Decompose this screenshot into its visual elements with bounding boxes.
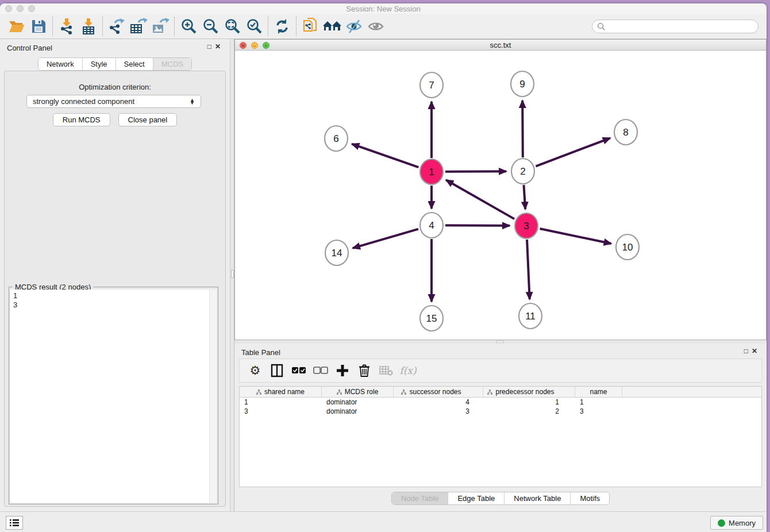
edge-2-9[interactable] bbox=[522, 101, 523, 157]
export-image-icon[interactable] bbox=[149, 16, 171, 37]
search-icon bbox=[597, 22, 605, 30]
table-panel-title: Table Panel bbox=[241, 348, 280, 357]
edge-2-3[interactable] bbox=[524, 185, 526, 209]
memory-label: Memory bbox=[729, 519, 756, 527]
criterion-dropdown[interactable]: strongly connected component ▲▼ bbox=[26, 95, 201, 108]
node-9[interactable]: 9 bbox=[511, 71, 534, 97]
node-6[interactable]: 6 bbox=[325, 126, 348, 151]
export-table-icon[interactable] bbox=[128, 16, 149, 37]
save-session-icon[interactable] bbox=[28, 16, 49, 37]
node-7[interactable]: 7 bbox=[420, 72, 443, 98]
control-panel-tabs: NetworkStyleSelectMCDS bbox=[0, 57, 230, 71]
zoom-fit-icon[interactable] bbox=[221, 16, 243, 37]
edge-3-10[interactable] bbox=[540, 229, 611, 244]
network-canvas[interactable]: 1234678910111415 bbox=[235, 51, 766, 340]
node-15[interactable]: 15 bbox=[420, 306, 443, 331]
main-toolbar bbox=[0, 14, 767, 39]
edge-1-6[interactable] bbox=[352, 144, 418, 168]
float-panel-icon[interactable]: □ bbox=[207, 43, 215, 51]
refresh-icon[interactable] bbox=[271, 16, 293, 37]
open-session-icon[interactable] bbox=[6, 16, 28, 37]
svg-text:14: 14 bbox=[332, 248, 342, 259]
vertical-splitter[interactable] bbox=[230, 39, 234, 511]
edge-4-3[interactable] bbox=[445, 225, 510, 226]
export-network-icon[interactable] bbox=[106, 16, 128, 37]
tab-mcds[interactable]: MCDS bbox=[153, 58, 191, 70]
criterion-value: strongly connected component bbox=[33, 97, 134, 106]
select-all-checked-icon[interactable] bbox=[289, 361, 309, 380]
tab-edge-table[interactable]: Edge Table bbox=[448, 492, 505, 504]
import-network-icon[interactable] bbox=[56, 16, 78, 37]
column-header-shared-name[interactable]: shared name bbox=[240, 387, 322, 397]
node-10[interactable]: 10 bbox=[616, 234, 639, 260]
function-builder-fx-icon: f(x) bbox=[398, 361, 418, 380]
svg-text:9: 9 bbox=[519, 79, 525, 90]
node-8[interactable]: 8 bbox=[614, 119, 637, 145]
zoom-selected-icon[interactable] bbox=[243, 16, 265, 37]
edge-4-14[interactable] bbox=[353, 229, 418, 248]
table-row[interactable]: 1dominator411 bbox=[240, 398, 761, 407]
delete-column-trash-icon[interactable] bbox=[355, 361, 374, 380]
close-panel-button[interactable]: Close panel bbox=[118, 113, 178, 126]
run-mcds-button[interactable]: Run MCDS bbox=[53, 113, 110, 126]
mcds-result-text[interactable]: 1 3 bbox=[10, 290, 209, 503]
table-panel: Table Panel □✕ ⚙ f(x) bbox=[234, 344, 767, 511]
node-2[interactable]: 2 bbox=[511, 159, 534, 184]
hide-graphics-details-icon[interactable] bbox=[343, 16, 365, 37]
close-panel-icon[interactable]: ✕ bbox=[215, 43, 224, 51]
edge-1-2[interactable] bbox=[445, 171, 506, 172]
svg-text:2: 2 bbox=[520, 166, 525, 177]
search-field[interactable] bbox=[592, 20, 759, 33]
optimization-criterion-label: Optimization criterion: bbox=[5, 83, 225, 91]
tab-network-table[interactable]: Network Table bbox=[505, 492, 571, 504]
memory-status-icon bbox=[718, 519, 725, 527]
copy-current-network-icon[interactable] bbox=[299, 16, 321, 37]
splitter-grip[interactable] bbox=[231, 270, 234, 278]
search-input[interactable] bbox=[608, 22, 753, 30]
tab-node-table[interactable]: Node Table bbox=[392, 492, 449, 504]
task-history-button[interactable] bbox=[6, 516, 23, 530]
import-table-icon[interactable] bbox=[78, 16, 99, 37]
edge-2-8[interactable] bbox=[536, 138, 610, 166]
edge-3-11[interactable] bbox=[527, 240, 530, 299]
show-column-icon[interactable] bbox=[267, 361, 287, 380]
result-scrollbar[interactable] bbox=[209, 290, 217, 503]
node-table[interactable]: shared nameMCDS rolesuccessor nodesprede… bbox=[239, 386, 762, 487]
memory-button[interactable]: Memory bbox=[710, 516, 763, 530]
home-icon[interactable] bbox=[321, 16, 343, 37]
node-1[interactable]: 1 bbox=[420, 159, 443, 184]
list-icon bbox=[9, 519, 20, 527]
node-14[interactable]: 14 bbox=[325, 240, 348, 265]
table-row[interactable]: 3dominator323 bbox=[240, 407, 761, 416]
tab-style[interactable]: Style bbox=[83, 58, 116, 70]
node-4[interactable]: 4 bbox=[420, 213, 443, 238]
zoom-in-icon[interactable] bbox=[178, 16, 199, 37]
add-column-plus-icon[interactable] bbox=[333, 361, 352, 380]
column-header-MCDS-role[interactable]: MCDS role bbox=[322, 387, 394, 397]
control-panel: Control Panel □✕ NetworkStyleSelectMCDS … bbox=[0, 39, 230, 511]
column-header-successor-nodes[interactable]: successor nodes bbox=[394, 387, 483, 397]
zoom-out-icon[interactable] bbox=[199, 16, 221, 37]
splitter-grip[interactable] bbox=[496, 341, 504, 343]
svg-text:4: 4 bbox=[429, 220, 434, 231]
node-3[interactable]: 3 bbox=[515, 213, 538, 238]
hierarchy-icon bbox=[401, 390, 406, 395]
column-header-name[interactable]: name bbox=[575, 387, 622, 397]
column-header-predecessor-nodes[interactable]: predecessor nodes bbox=[483, 387, 575, 397]
edge-3-1[interactable] bbox=[446, 180, 514, 219]
svg-text:11: 11 bbox=[525, 311, 536, 322]
column-settings-gear-icon[interactable]: ⚙ bbox=[245, 361, 265, 380]
tab-network[interactable]: Network bbox=[38, 58, 83, 70]
float-panel-icon[interactable]: □ bbox=[744, 347, 752, 355]
application-window: Session: New Session bbox=[0, 3, 767, 532]
close-panel-icon[interactable]: ✕ bbox=[752, 347, 761, 355]
hierarchy-icon bbox=[487, 390, 492, 395]
tab-select[interactable]: Select bbox=[116, 58, 153, 70]
svg-text:15: 15 bbox=[426, 313, 437, 324]
table-toolbar: ⚙ f(x) bbox=[239, 358, 762, 383]
network-window-title: scc.txt bbox=[235, 41, 766, 49]
deselect-all-unchecked-icon[interactable] bbox=[311, 361, 330, 380]
tab-motifs[interactable]: Motifs bbox=[571, 492, 609, 504]
svg-text:10: 10 bbox=[622, 242, 633, 253]
node-11[interactable]: 11 bbox=[519, 303, 542, 329]
